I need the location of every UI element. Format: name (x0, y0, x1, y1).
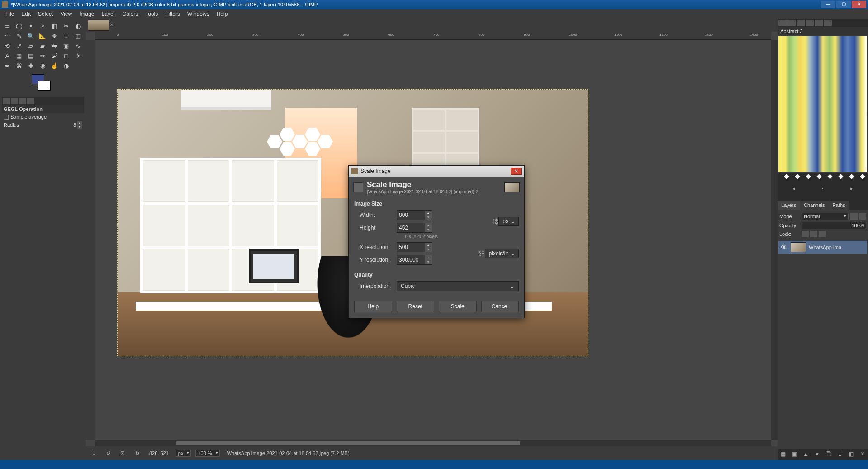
tool-perspective-icon[interactable]: ▰ (37, 41, 48, 51)
layer-duplicate-icon[interactable]: ⿻ (825, 451, 833, 458)
tool-foreground-icon[interactable]: ◐ (72, 21, 83, 31)
menu-select[interactable]: Select (34, 10, 57, 18)
tool-warp-icon[interactable]: ∿ (72, 41, 83, 51)
tool-cage-icon[interactable]: ▣ (61, 41, 71, 51)
layer-new-icon[interactable]: ▦ (779, 451, 787, 458)
gradients-tab-icon[interactable] (815, 20, 823, 26)
xres-up-icon[interactable]: ▴ (425, 243, 432, 247)
menu-help[interactable]: Help (213, 10, 232, 18)
width-down-icon[interactable]: ▾ (425, 215, 432, 220)
status-save-icon[interactable]: ⤓ (89, 448, 99, 458)
lock-alpha-icon[interactable] (819, 231, 826, 237)
tool-fuzzy-select-icon[interactable]: ✧ (37, 21, 48, 31)
yres-up-icon[interactable]: ▴ (425, 255, 432, 260)
yres-down-icon[interactable]: ▾ (425, 260, 432, 264)
size-unit-select[interactable]: px (498, 217, 519, 226)
mode-reset-icon[interactable] (859, 213, 866, 220)
tool-flip-icon[interactable]: ⇋ (49, 41, 60, 51)
interpolation-select[interactable]: Cubic (397, 281, 519, 291)
image-tab-close-icon[interactable]: ✕ (110, 22, 115, 28)
image-tab[interactable]: ✕ (88, 20, 109, 31)
history-tab-icon[interactable] (806, 20, 814, 26)
mode-select[interactable]: Normal (802, 213, 849, 220)
gradient-add-icon[interactable]: ▪ (819, 186, 827, 194)
menu-layer[interactable]: Layer (98, 10, 119, 18)
tool-dodge-icon[interactable]: ◑ (61, 61, 71, 71)
tool-blur-icon[interactable]: ◉ (37, 61, 48, 71)
res-unit-select[interactable]: pixels/in (485, 249, 519, 258)
tool-scissors-icon[interactable]: ✂ (61, 21, 71, 31)
xres-input[interactable] (397, 243, 425, 252)
lock-pixels-icon[interactable] (802, 231, 809, 237)
gradient-markers[interactable] (778, 173, 868, 178)
tool-paintbrush-icon[interactable]: 🖌 (49, 51, 60, 61)
sample-average-option[interactable]: Sample average (2, 113, 84, 120)
palettes-tab-icon[interactable] (824, 20, 832, 26)
tool-text-icon[interactable]: A (2, 51, 13, 61)
menu-tools[interactable]: Tools (142, 10, 161, 18)
tool-free-select-icon[interactable]: ✦ (25, 21, 36, 31)
yres-spinner[interactable]: ▴▾ (397, 255, 432, 265)
tab-paths[interactable]: Paths (829, 201, 849, 210)
tool-paths-icon[interactable]: 〰 (2, 31, 13, 41)
xres-down-icon[interactable]: ▾ (425, 247, 432, 252)
width-up-icon[interactable]: ▴ (425, 211, 432, 215)
scale-button[interactable]: Scale (439, 301, 477, 312)
tool-ink-icon[interactable]: ✒ (2, 61, 13, 71)
tool-crop-icon[interactable]: ◫ (72, 31, 83, 41)
tool-by-color-icon[interactable]: ◧ (49, 21, 60, 31)
tool-ellipse-select-icon[interactable]: ◯ (14, 21, 24, 31)
device-status-tab-icon[interactable] (11, 98, 18, 104)
tab-layers[interactable]: Layers (778, 201, 800, 210)
tool-smudge-icon[interactable]: ☝ (49, 61, 60, 71)
layer-item[interactable]: 👁 WhatsApp Ima (778, 241, 867, 254)
menu-file[interactable]: File (2, 10, 18, 18)
radius-spinner[interactable]: Radius 3 ▴▾ (2, 120, 84, 129)
background-color-swatch[interactable] (38, 81, 51, 91)
tool-heal-icon[interactable]: ✚ (25, 61, 36, 71)
res-chain-link-icon[interactable]: ⛓ (478, 244, 485, 263)
height-spinner[interactable]: ▴▾ (397, 223, 432, 233)
window-close-button[interactable]: ✕ (852, 1, 866, 8)
tool-zoom-icon[interactable]: 🔍 (25, 31, 36, 41)
tool-rect-select-icon[interactable]: ▭ (2, 21, 13, 31)
height-down-icon[interactable]: ▾ (425, 228, 432, 232)
tool-eraser-icon[interactable]: ◻ (61, 51, 71, 61)
menu-view[interactable]: View (57, 10, 76, 18)
layer-visibility-icon[interactable]: 👁 (780, 244, 788, 251)
height-up-icon[interactable]: ▴ (425, 223, 432, 228)
help-button[interactable]: Help (354, 301, 392, 312)
width-input[interactable] (397, 211, 425, 220)
tool-color-picker-icon[interactable]: ✎ (14, 31, 24, 41)
cancel-button[interactable]: Cancel (481, 301, 519, 312)
mode-swap-icon[interactable] (850, 213, 858, 220)
status-redo-icon[interactable]: ↻ (132, 448, 142, 458)
tool-gradient-icon[interactable]: ▤ (25, 51, 36, 61)
tool-airbrush-icon[interactable]: ✈ (72, 51, 83, 61)
menu-image[interactable]: Image (76, 10, 98, 18)
sample-average-checkbox[interactable] (4, 115, 9, 120)
tool-clone-icon[interactable]: ⌘ (14, 61, 24, 71)
size-chain-link-icon[interactable]: ⛓ (491, 212, 498, 230)
height-input[interactable] (397, 223, 425, 232)
width-spinner[interactable]: ▴▾ (397, 210, 432, 220)
yres-input[interactable] (397, 255, 425, 264)
horizontal-scroll-thumb[interactable] (176, 441, 520, 445)
layer-up-icon[interactable]: ▲ (802, 451, 810, 458)
windows-taskbar[interactable] (0, 460, 868, 469)
brushes-tab-icon[interactable] (778, 20, 787, 26)
dialog-titlebar[interactable]: Scale Image ✕ (349, 166, 524, 177)
layer-down-icon[interactable]: ▼ (813, 451, 821, 458)
opacity-slider[interactable]: 100.0 (802, 222, 866, 229)
window-minimize-button[interactable]: — (821, 1, 835, 8)
tool-options-tab-icon[interactable] (3, 98, 10, 104)
lock-position-icon[interactable] (810, 231, 817, 237)
menu-windows[interactable]: Windows (184, 10, 213, 18)
menu-colors[interactable]: Colors (119, 10, 142, 18)
patterns-tab-icon[interactable] (787, 20, 796, 26)
dialog-close-button[interactable]: ✕ (511, 168, 522, 175)
layer-delete-icon[interactable]: ✕ (859, 451, 867, 458)
gradient-editor-preview[interactable] (778, 36, 867, 172)
vertical-scrollbar[interactable] (771, 40, 778, 440)
gradient-next-icon[interactable]: ▸ (848, 186, 856, 194)
